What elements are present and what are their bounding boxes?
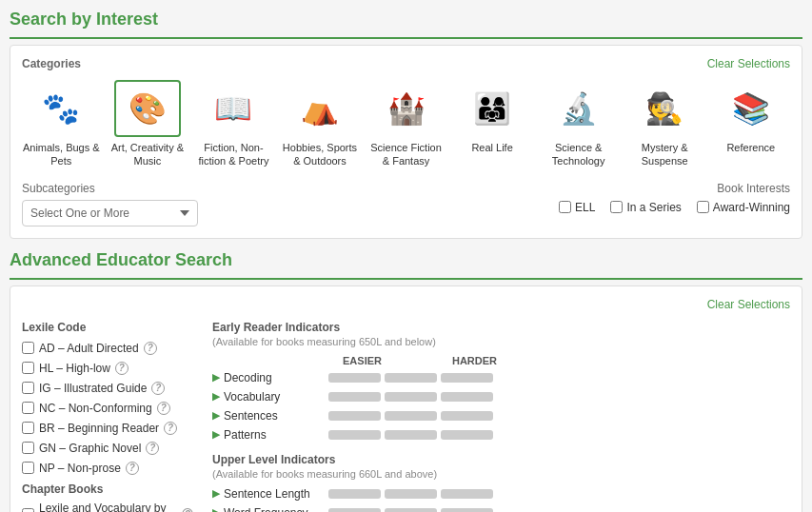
gn-checkbox[interactable] — [22, 442, 34, 454]
vocabulary-name: Vocabulary — [224, 390, 328, 404]
word-frequency-bar-3[interactable] — [441, 508, 493, 512]
inaseries-label: In a Series — [626, 201, 681, 214]
fiction-label: Fiction, Non-fiction & Poetry — [194, 141, 273, 168]
sentences-bar-3[interactable] — [441, 411, 493, 421]
lexile-item-gn: GN – Graphic Novel ? — [22, 442, 193, 455]
clear-selections-link[interactable]: Clear Selections — [707, 57, 790, 70]
category-item-scifi[interactable]: 🏰 Science Fiction & Fantasy — [366, 80, 446, 168]
inaseries-checkbox[interactable] — [610, 201, 623, 213]
category-item-reference[interactable]: 📚 Reference — [712, 80, 791, 168]
early-reader-section: Early Reader Indicators (Available for b… — [212, 321, 790, 442]
sentences-name: Sentences — [224, 409, 328, 423]
ell-checkbox[interactable] — [559, 201, 571, 213]
sentence-length-row: ▶ Sentence Length — [212, 487, 790, 501]
decoding-bar-3[interactable] — [441, 373, 493, 383]
ig-help-icon[interactable]: ? — [151, 382, 165, 395]
decoding-chevron[interactable]: ▶ — [212, 371, 220, 384]
word-frequency-chevron[interactable]: ▶ — [212, 506, 220, 512]
scifi-icon: 🏰 — [373, 80, 440, 137]
patterns-chevron[interactable]: ▶ — [212, 428, 220, 441]
word-frequency-bars — [328, 508, 493, 512]
nc-checkbox[interactable] — [22, 402, 34, 414]
vocabulary-bar-2[interactable] — [385, 392, 437, 402]
checkboxes-row: ELL In a Series Award-Winning — [559, 201, 790, 214]
patterns-bar-1[interactable] — [328, 430, 381, 440]
ad-checkbox[interactable] — [22, 342, 34, 354]
categories-label: Categories — [22, 57, 81, 70]
word-frequency-bar-1[interactable] — [328, 508, 381, 512]
patterns-bar-2[interactable] — [385, 430, 437, 440]
category-item-animals[interactable]: 🐾 Animals, Bugs & Pets — [22, 80, 101, 168]
awardwinning-checkbox[interactable] — [697, 201, 709, 213]
reallife-icon: 👨‍👩‍👧 — [459, 80, 525, 137]
sentences-chevron[interactable]: ▶ — [212, 409, 220, 422]
indicators-panel: Early Reader Indicators (Available for b… — [212, 321, 790, 512]
sentences-bars — [328, 411, 493, 421]
decoding-bar-2[interactable] — [385, 373, 437, 383]
subcategories-row: Subcategories Select One or More Book In… — [22, 182, 790, 226]
br-help-icon[interactable]: ? — [164, 422, 177, 435]
book-interests-right: Book Interests ELL In a Series Award-Win… — [559, 182, 790, 214]
sentence-length-bar-2[interactable] — [385, 489, 437, 499]
np-help-icon[interactable]: ? — [126, 462, 139, 475]
science-icon: 🔬 — [545, 80, 612, 137]
category-item-reallife[interactable]: 👨‍👩‍👧 Real Life — [453, 80, 532, 168]
vocabulary-bar-1[interactable] — [328, 392, 381, 402]
lexilevocab-checkbox[interactable] — [22, 508, 34, 512]
ig-checkbox[interactable] — [22, 382, 34, 394]
easier-label: EASIER — [336, 355, 388, 366]
category-item-hobbies[interactable]: ⛺ Hobbies, Sports & Outdoors — [281, 80, 360, 168]
sentence-length-chevron[interactable]: ▶ — [212, 487, 220, 500]
animals-icon: 🐾 — [28, 80, 94, 137]
categories-card: Categories Clear Selections 🐾 Animals, B… — [10, 45, 802, 239]
ad-help-icon[interactable]: ? — [144, 342, 157, 355]
lexilevocab-help-icon[interactable]: ? — [182, 508, 193, 512]
br-checkbox[interactable] — [22, 422, 34, 434]
mystery-label: Mystery & Suspense — [625, 141, 704, 168]
patterns-name: Patterns — [224, 428, 328, 442]
chapter-books-title: Chapter Books — [22, 482, 193, 496]
ad-label: AD – Adult Directed — [39, 342, 139, 355]
np-checkbox[interactable] — [22, 462, 34, 474]
category-item-fiction[interactable]: 📖 Fiction, Non-fiction & Poetry — [194, 80, 273, 168]
lexile-panel: Lexile Code AD – Adult Directed ? HL – H… — [22, 321, 193, 512]
category-item-art[interactable]: 🎨 Art, Creativity & Music — [109, 80, 188, 168]
word-frequency-name: Word Frequency — [224, 506, 328, 512]
category-item-science[interactable]: 🔬 Science & Technology — [539, 80, 618, 168]
category-item-mystery[interactable]: 🕵️ Mystery & Suspense — [625, 80, 704, 168]
upper-level-subtitle: (Available for books measuring 660L and … — [212, 468, 437, 480]
lexile-item-br: BR – Beginning Reader ? — [22, 422, 193, 435]
word-frequency-bar-2[interactable] — [385, 508, 437, 512]
scifi-label: Science Fiction & Fantasy — [366, 141, 446, 168]
adv-clear-selections-link[interactable]: Clear Selections — [707, 298, 790, 311]
upper-level-title: Upper Level Indicators — [212, 453, 437, 466]
lexile-item-nc: NC – Non-Conforming ? — [22, 402, 193, 415]
vocabulary-bar-3[interactable] — [441, 392, 493, 402]
card-header: Categories Clear Selections — [22, 57, 790, 70]
decoding-bar-1[interactable] — [328, 373, 381, 383]
subcategories-label: Subcategories — [22, 182, 198, 195]
inaseries-checkbox-item[interactable]: In a Series — [610, 201, 681, 214]
vocabulary-chevron[interactable]: ▶ — [212, 390, 220, 403]
sentence-length-bar-3[interactable] — [441, 489, 493, 499]
awardwinning-checkbox-item[interactable]: Award-Winning — [697, 201, 790, 214]
categories-grid: 🐾 Animals, Bugs & Pets 🎨 Art, Creativity… — [22, 80, 790, 168]
sentences-bar-2[interactable] — [385, 411, 437, 421]
hobbies-icon: ⛺ — [287, 80, 353, 137]
lexile-item-lexilevocab: Lexile and Vocabulary by Chapter ? — [22, 502, 193, 512]
subcategories-left: Subcategories Select One or More — [22, 182, 198, 226]
nc-help-icon[interactable]: ? — [157, 402, 170, 415]
sentences-bar-1[interactable] — [328, 411, 381, 421]
gn-help-icon[interactable]: ? — [146, 442, 159, 455]
hl-help-icon[interactable]: ? — [115, 362, 129, 375]
book-interests-label: Book Interests — [717, 182, 790, 195]
subcategories-select[interactable]: Select One or More — [22, 200, 198, 226]
sentence-length-bar-1[interactable] — [328, 489, 381, 499]
hl-checkbox[interactable] — [22, 362, 34, 374]
upper-level-header: Upper Level Indicators (Available for bo… — [212, 453, 790, 480]
ell-checkbox-item[interactable]: ELL — [559, 201, 595, 214]
word-frequency-row: ▶ Word Frequency — [212, 506, 790, 512]
patterns-bar-3[interactable] — [441, 430, 493, 440]
decoding-row: ▶ Decoding — [212, 371, 790, 384]
fiction-icon: 📖 — [200, 80, 267, 137]
